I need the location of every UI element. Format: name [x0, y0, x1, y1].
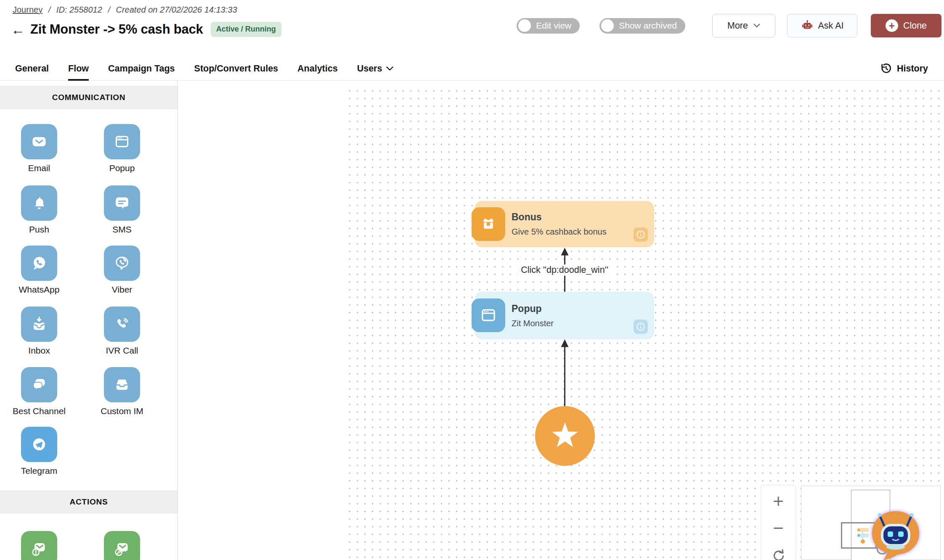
- title-row: ← Zit Monster -> 5% cash back Active / R…: [11, 22, 281, 37]
- palette-label: Best Channel: [4, 406, 74, 416]
- popup-icon: [104, 124, 140, 159]
- ask-ai-button-label: Ask AI: [818, 21, 844, 31]
- edit-view-toggle-label: Edit view: [536, 21, 571, 31]
- palette-item-push[interactable]: Push: [4, 185, 74, 235]
- canvas-zoom-panel: + −: [761, 485, 796, 560]
- tab-campaign-tags[interactable]: Campaign Tags: [108, 57, 175, 80]
- tab-users[interactable]: Users: [357, 57, 394, 80]
- message-setup-icon: [104, 531, 140, 560]
- palette-item-ivr-call[interactable]: IVR Call: [87, 306, 157, 356]
- tab-general[interactable]: General: [15, 57, 49, 80]
- show-archived-toggle[interactable]: Show archived: [599, 18, 685, 34]
- status-badge: Active / Running: [211, 22, 281, 37]
- robot-icon: [801, 19, 814, 32]
- palette-item-popup[interactable]: Popup: [87, 124, 157, 173]
- palette-label: Custom IM: [87, 406, 157, 416]
- flow-node-bonus[interactable]: Bonus Give 5% cashback bonus: [475, 201, 654, 247]
- palette-item-best-channel[interactable]: Best Channel: [4, 367, 74, 416]
- palette-label: Viber: [87, 285, 157, 295]
- palette-label: SMS: [87, 225, 157, 235]
- palette-item-inbox[interactable]: Inbox: [4, 306, 74, 356]
- whatsapp-icon: [21, 246, 57, 281]
- palette-item-whatsapp[interactable]: WhatsApp: [4, 246, 74, 295]
- node-text: Bonus Give 5% cashback bonus: [512, 201, 607, 247]
- history-button[interactable]: History: [880, 57, 928, 80]
- palette-label: Email: [4, 163, 74, 173]
- push-icon: [21, 185, 57, 221]
- node-text: Popup Zit Monster: [512, 292, 554, 339]
- ivr-call-icon: [104, 306, 140, 342]
- palette-item-telegram[interactable]: Telegram: [4, 427, 74, 476]
- custom-im-icon: [104, 367, 140, 402]
- breadcrumb-journey-link[interactable]: Journey: [13, 5, 42, 14]
- gift-icon: [472, 207, 505, 241]
- breadcrumb-id: ID: 2558012: [56, 5, 102, 14]
- palette-item-sms[interactable]: SMS: [87, 185, 157, 235]
- flow-node-popup[interactable]: Popup Zit Monster: [475, 292, 654, 339]
- more-button[interactable]: More: [712, 14, 775, 37]
- palette-item-email[interactable]: Email: [4, 124, 74, 173]
- show-archived-toggle-label: Show archived: [619, 21, 677, 31]
- more-button-label: More: [727, 21, 748, 31]
- palette-label: Push: [4, 225, 74, 235]
- chatbot-mascot[interactable]: [868, 509, 923, 560]
- node-subtitle: Give 5% cashback bonus: [512, 227, 607, 237]
- inbox-icon: [21, 306, 57, 342]
- zoom-in-button[interactable]: +: [761, 488, 796, 515]
- tab-bar: General Flow Campaign Tags Stop/Convert …: [0, 57, 944, 81]
- chevron-down-icon: [753, 24, 760, 28]
- palette-item-action-message-alert[interactable]: [4, 531, 74, 560]
- palette-label: IVR Call: [87, 346, 157, 356]
- redo-icon[interactable]: [761, 542, 796, 560]
- node-title: Popup: [512, 303, 554, 314]
- back-arrow-icon[interactable]: ←: [11, 23, 25, 37]
- edit-view-toggle[interactable]: Edit view: [517, 18, 580, 34]
- palette-item-custom-im[interactable]: Custom IM: [87, 367, 157, 416]
- star-icon: [549, 420, 581, 452]
- section-header-communication: COMMUNICATION: [0, 86, 178, 109]
- history-label: History: [897, 63, 928, 74]
- palette-item-action-message-setup[interactable]: [87, 531, 157, 560]
- header-controls: Edit view Show archived More: [517, 13, 941, 38]
- breadcrumb-separator: /: [48, 5, 51, 14]
- clone-button-label: Clone: [903, 21, 927, 31]
- page-title: Zit Monster -> 5% cash back: [30, 22, 203, 37]
- breadcrumb-created: Created on 27/02/2026 14:13:33: [116, 5, 237, 14]
- zoom-out-button[interactable]: −: [761, 515, 796, 542]
- breadcrumb: Journey / ID: 2558012 / Created on 27/02…: [13, 5, 237, 15]
- page-header: Journey / ID: 2558012 / Created on 27/02…: [0, 0, 944, 57]
- sms-icon: [104, 185, 140, 221]
- palette-item-viber[interactable]: Viber: [87, 246, 157, 295]
- flow-canvas[interactable]: Click ''dp:doodle_win'' Bonus Give 5% ca…: [178, 81, 944, 560]
- flow-node-start[interactable]: [535, 406, 595, 466]
- palette-label: Popup: [87, 163, 157, 173]
- plus-circle-icon: +: [886, 19, 898, 32]
- node-subtitle: Zit Monster: [512, 319, 554, 328]
- telegram-icon: [21, 427, 57, 462]
- tab-flow[interactable]: Flow: [68, 57, 89, 80]
- best-channel-icon: [21, 367, 57, 402]
- toggle-knob: [518, 19, 531, 32]
- tab-analytics[interactable]: Analytics: [297, 57, 338, 80]
- section-header-actions: ACTIONS: [0, 491, 178, 513]
- tab-stop-convert-rules[interactable]: Stop/Convert Rules: [194, 57, 278, 80]
- journey-builder-app: Journey / ID: 2558012 / Created on 27/02…: [0, 0, 944, 560]
- info-icon[interactable]: [634, 227, 648, 242]
- palette-label: Inbox: [4, 346, 74, 356]
- palette-label: Telegram: [4, 466, 74, 476]
- popup-window-icon: [472, 298, 505, 332]
- email-icon: [21, 124, 57, 159]
- toggle-knob: [601, 19, 614, 32]
- palette-label: WhatsApp: [4, 285, 74, 295]
- edge-trigger-label: Click ''dp:doodle_win'': [517, 264, 612, 276]
- breadcrumb-separator: /: [108, 5, 110, 14]
- clone-button[interactable]: + Clone: [871, 14, 941, 37]
- chevron-down-icon: [386, 66, 393, 71]
- history-icon: [880, 63, 892, 74]
- ask-ai-button[interactable]: Ask AI: [787, 14, 857, 37]
- info-icon[interactable]: [634, 320, 648, 334]
- node-palette-sidebar: COMMUNICATION Email Popup: [0, 81, 178, 560]
- viber-icon: [104, 246, 140, 281]
- node-title: Bonus: [512, 211, 607, 223]
- message-alert-icon: [21, 531, 57, 560]
